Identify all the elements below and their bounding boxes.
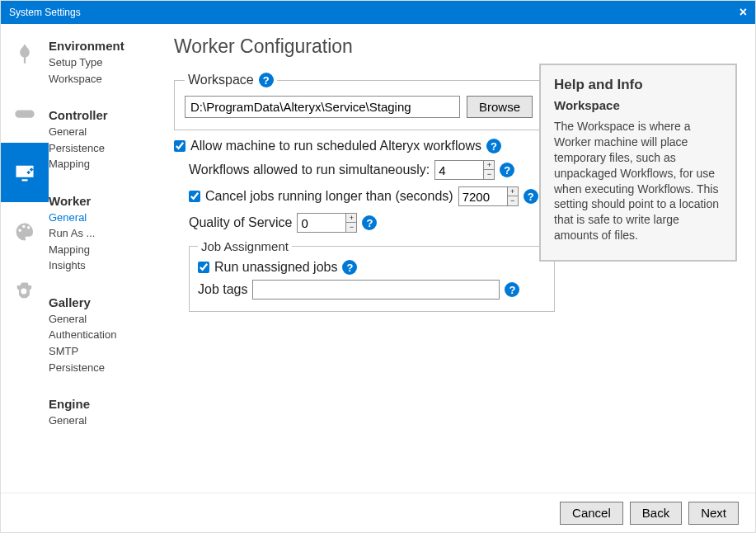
spinner[interactable]: +− bbox=[508, 186, 519, 206]
nav-group-gallery[interactable]: Gallery bbox=[49, 292, 146, 311]
workspace-legend-text: Workspace bbox=[188, 73, 254, 87]
nav-item-gal-persistence[interactable]: Persistence bbox=[49, 360, 146, 376]
nav-item-worker-insights[interactable]: Insights bbox=[49, 257, 146, 274]
help-icon[interactable]: ? bbox=[259, 73, 274, 87]
nav-item-ctrl-persistence[interactable]: Persistence bbox=[49, 140, 146, 157]
cancel-button[interactable]: Cancel bbox=[560, 502, 623, 525]
browse-button[interactable]: Browse bbox=[467, 96, 533, 118]
close-icon[interactable]: × bbox=[740, 5, 747, 20]
main: Environment Setup Type Workspace Control… bbox=[1, 24, 755, 494]
nav-item-ctrl-general[interactable]: General bbox=[49, 124, 146, 140]
next-button[interactable]: Next bbox=[688, 502, 739, 525]
nav-group-controller[interactable]: Controller bbox=[49, 105, 146, 124]
job-tags-input[interactable] bbox=[252, 280, 500, 300]
qos-input[interactable] bbox=[297, 213, 346, 233]
nav-item-setup-type[interactable]: Setup Type bbox=[49, 54, 146, 71]
job-tags-label: Job tags bbox=[198, 282, 247, 297]
nav-group-worker[interactable]: Worker bbox=[49, 191, 146, 210]
run-unassigned-label: Run unassigned jobs bbox=[214, 260, 337, 275]
nav-item-gal-general[interactable]: General bbox=[49, 311, 146, 328]
job-assignment-fieldset: Job Assignment Run unassigned jobs ? Job… bbox=[189, 239, 555, 312]
back-button[interactable]: Back bbox=[630, 502, 682, 525]
icon-rail bbox=[1, 24, 49, 494]
help-icon[interactable]: ? bbox=[524, 189, 538, 204]
help-icon[interactable]: ? bbox=[500, 163, 514, 177]
job-assignment-legend: Job Assignment bbox=[198, 239, 292, 253]
nav-item-engine-general[interactable]: General bbox=[49, 413, 146, 429]
nav-group-environment[interactable]: Environment bbox=[49, 35, 146, 54]
gallery-icon[interactable] bbox=[1, 202, 49, 262]
nav-item-worker-runas[interactable]: Run As ... bbox=[49, 225, 146, 242]
window-title: System Settings bbox=[9, 7, 81, 18]
nav-item-gal-smtp[interactable]: SMTP bbox=[49, 343, 146, 360]
help-subtitle: Workspace bbox=[554, 98, 722, 112]
env-icon[interactable] bbox=[1, 24, 49, 83]
allow-scheduled-label: Allow machine to run scheduled Alteryx w… bbox=[190, 139, 481, 153]
content-area: Worker Configuration Workspace ? Browse … bbox=[146, 24, 755, 494]
nav-group-engine[interactable]: Engine bbox=[49, 394, 146, 413]
spinner[interactable]: +− bbox=[346, 213, 357, 233]
run-unassigned-checkbox[interactable] bbox=[198, 262, 209, 273]
help-icon[interactable]: ? bbox=[505, 282, 519, 297]
allow-scheduled-checkbox[interactable] bbox=[174, 140, 185, 152]
help-panel: Help and Info Workspace The Workspace is… bbox=[539, 64, 737, 262]
nav-item-worker-general[interactable]: General bbox=[49, 210, 146, 226]
simultaneous-label: Workflows allowed to run simultaneously: bbox=[189, 163, 430, 177]
cancel-long-label: Cancel jobs running longer than (seconds… bbox=[205, 189, 453, 204]
simultaneous-input[interactable] bbox=[434, 160, 484, 180]
nav-item-gal-auth[interactable]: Authentication bbox=[49, 327, 146, 343]
titlebar: System Settings × bbox=[1, 1, 755, 24]
workspace-fieldset: Workspace ? Browse bbox=[174, 73, 543, 130]
cancel-long-input[interactable] bbox=[458, 186, 508, 206]
cancel-long-checkbox[interactable] bbox=[189, 191, 200, 202]
help-icon[interactable]: ? bbox=[486, 139, 501, 153]
help-body: The Workspace is where a Worker machine … bbox=[554, 119, 722, 243]
workspace-path-input[interactable] bbox=[185, 96, 460, 118]
nav-column: Environment Setup Type Workspace Control… bbox=[49, 24, 146, 494]
help-icon[interactable]: ? bbox=[362, 215, 377, 230]
page-title: Worker Configuration bbox=[174, 35, 735, 58]
worker-icon[interactable] bbox=[1, 143, 49, 202]
form-area: Allow machine to run scheduled Alteryx w… bbox=[174, 139, 561, 312]
controller-icon[interactable] bbox=[1, 83, 49, 143]
footer: Cancel Back Next bbox=[1, 493, 755, 532]
engine-icon[interactable] bbox=[1, 262, 49, 321]
help-icon[interactable]: ? bbox=[342, 260, 357, 275]
spinner[interactable]: +− bbox=[484, 160, 495, 180]
help-title: Help and Info bbox=[554, 77, 722, 93]
nav-item-ctrl-mapping[interactable]: Mapping bbox=[49, 156, 146, 172]
nav-item-worker-mapping[interactable]: Mapping bbox=[49, 242, 146, 258]
workspace-legend: Workspace ? bbox=[185, 73, 277, 87]
nav-item-workspace[interactable]: Workspace bbox=[49, 71, 146, 87]
qos-label: Quality of Service bbox=[189, 215, 292, 230]
